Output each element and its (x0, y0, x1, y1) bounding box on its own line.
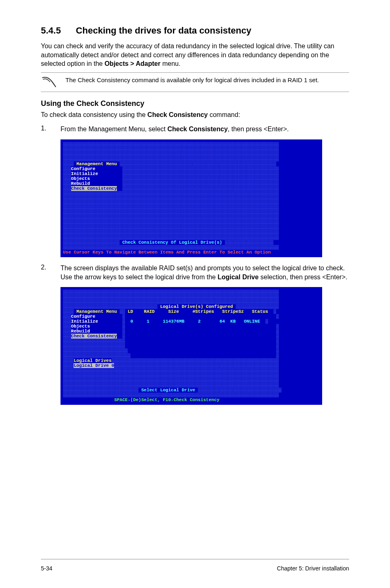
step-1-number: 1. (41, 125, 61, 134)
c2-drives-title: Logical Drives (74, 358, 111, 363)
intro-paragraph: You can check and verify the accuracy of… (41, 42, 349, 68)
intro-text-post: menu. (160, 60, 180, 67)
section-number: 5.4.5 (41, 25, 61, 36)
c2-col-ld: LD (128, 309, 133, 314)
c2-row-stripesz: 64 KB (220, 319, 236, 324)
c1-hint: Check Consistency Of Logical Drive(s) (122, 240, 222, 245)
subintro-pre: To check data consistency using the (41, 111, 148, 118)
subintro-bold: Check Consistency (148, 111, 208, 118)
step-2-bold: Logical Drive (217, 274, 258, 281)
c2-col-size: Size (168, 309, 179, 314)
c1-menu-title: Management Menu (76, 162, 117, 166)
step-2-post: selection, then press <Enter>. (259, 274, 347, 281)
c2-header: Logical Drive(s) Configured (160, 304, 233, 309)
intro-text-pre: You can check and verify the accuracy of… (41, 43, 334, 67)
footer-divider (41, 559, 349, 559)
c2-col-stripes: #Stripes (193, 309, 214, 314)
c2-objects: Objects (71, 324, 90, 329)
subintro-paragraph: To check data consistency using the Chec… (41, 110, 349, 119)
footer-chapter: Chapter 5: Driver installation (277, 565, 349, 572)
c2-rebuild: Rebuild (71, 329, 90, 334)
c2-menu-title: Management Menu (76, 309, 117, 314)
console-screenshot-1: ▒▒▒▒▒▒▒▒▒▒▒▒▒▒▒▒▒▒▒▒▒▒▒▒▒▒▒▒▒▒▒▒▒▒▒▒▒▒▒▒… (61, 139, 322, 257)
c2-hint: Select Logical Drive (141, 388, 195, 393)
section-title: Checking the drives for data consistency (76, 25, 251, 36)
subheading: Using the Check Consistency (41, 99, 349, 108)
step-1-post: , then press <Enter>. (228, 126, 289, 132)
note-block: The Check Consistency command is availab… (41, 72, 349, 92)
c1-statusbar: Use Cursor Keys To Navigate Between Item… (63, 250, 271, 255)
c2-configure: Configure (71, 314, 95, 319)
c2-statusbar: SPACE-(De)Select, F10-Check Consistency (114, 397, 219, 402)
step-1: 1. From the Management Menu, select Chec… (41, 125, 349, 134)
c2-row-size: 114376MB (163, 319, 184, 324)
c2-col-status: Status (252, 309, 268, 314)
c2-check-consistency: Check Consistency (71, 334, 117, 339)
step-2: 2. The screen displays the available RAI… (41, 264, 349, 281)
console-screenshot-2: ▒▒▒▒▒▒▒▒▒▒▒▒▒▒▒▒▒▒▒▒▒▒▒▒▒▒▒▒▒▒▒▒▒▒▒▒▒▒▒▒… (61, 287, 322, 405)
c1-rebuild: Rebuild (71, 181, 90, 186)
page-footer: 5-34 Chapter 5: Driver installation (41, 561, 349, 572)
footer-page-number: 5-34 (41, 565, 52, 572)
c1-objects: Objects (71, 176, 90, 181)
step-2-text: The screen displays the available RAID s… (61, 264, 349, 281)
step-1-bold: Check Consistency (167, 126, 228, 132)
note-text: The Check Consistency command is availab… (65, 75, 319, 84)
c2-col-stripesz: StripeSz (222, 309, 244, 314)
c2-drive-row: Logical Drive 0 (74, 363, 114, 368)
c1-configure: Configure (71, 166, 95, 171)
intro-text-bold: Objects > Adapter (105, 60, 161, 67)
c2-row-stripes: 2 (198, 319, 201, 324)
c1-initialize: Initialize (71, 171, 98, 176)
c2-row-ld: 0 (130, 319, 133, 324)
step-1-text: From the Management Menu, select Check C… (61, 125, 289, 134)
c2-col-raid: RAID (144, 309, 155, 314)
subintro-post: command: (208, 111, 240, 118)
c1-check-consistency: Check Consistency (71, 186, 117, 191)
section-heading: 5.4.5 Checking the drives for data consi… (41, 25, 349, 36)
c2-row-status: ONLINE (244, 319, 260, 324)
step-2-number: 2. (41, 264, 61, 281)
note-icon (41, 75, 57, 89)
c2-initialize: Initialize (71, 319, 98, 324)
step-1-pre: From the Management Menu, select (61, 126, 167, 132)
c2-row-raid: 1 (147, 319, 150, 324)
